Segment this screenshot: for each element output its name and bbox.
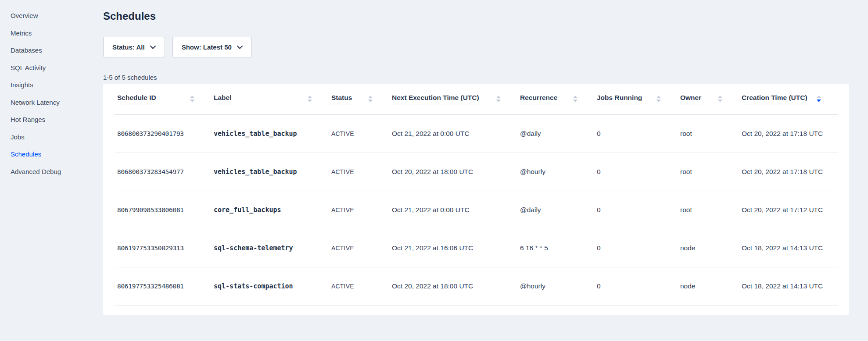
cell-recurrence: 6 16 * * 5 [517,229,594,267]
cell-next_execution: Oct 21, 2022 at 0:00 UTC [389,191,517,229]
sort-icon [190,96,194,102]
cell-recurrence: @hourly [517,267,594,305]
app-root: OverviewMetricsDatabasesSQL ActivityInsi… [0,9,868,315]
table-row: 806197753350029313sql-schema-telemetryAC… [115,229,838,267]
main-content: Schedules Status: All Show: Latest 50 1-… [103,9,849,315]
cell-owner: root [678,191,739,229]
cell-schedule_id: 806800373290401793 [115,114,211,153]
chevron-down-icon [237,46,243,49]
sidebar-item-hot-ranges[interactable]: Hot Ranges [11,111,103,128]
table-body: 806800373290401793vehicles_table_backupA… [115,114,838,305]
cell-creation_time: Oct 18, 2022 at 14:13 UTC [739,267,838,305]
filters-bar: Status: All Show: Latest 50 [103,37,849,57]
cell-jobs_running: 0 [594,229,678,267]
sidebar-item-metrics[interactable]: Metrics [11,25,103,42]
cell-creation_time: Oct 20, 2022 at 17:12 UTC [739,191,838,229]
column-label: Schedule ID [117,94,156,104]
cell-schedule_id: 806197753350029313 [115,229,211,267]
cell-jobs_running: 0 [594,153,678,191]
table-row: 806197753325486081sql-stats-compactionAC… [115,267,838,305]
cell-status: ACTIVE [329,267,389,305]
cell-schedule_id: 806799098533806081 [115,191,211,229]
cell-owner: node [678,229,739,267]
cell-schedule_id: 806800373283454977 [115,153,211,191]
sidebar: OverviewMetricsDatabasesSQL ActivityInsi… [0,0,103,341]
table-header: Schedule IDLabelStatusNext Execution Tim… [115,84,838,114]
status-filter-label: Status: All [112,43,145,51]
sidebar-item-overview[interactable]: Overview [11,7,103,25]
sidebar-item-schedules[interactable]: Schedules [11,146,103,163]
cell-status: ACTIVE [329,191,389,229]
cell-jobs_running: 0 [594,267,678,305]
cell-jobs_running: 0 [594,114,678,153]
column-header-owner[interactable]: Owner [678,84,739,114]
sort-icon [817,96,821,102]
sidebar-item-advanced-debug[interactable]: Advanced Debug [11,163,103,181]
cell-jobs_running: 0 [594,191,678,229]
sort-icon [573,96,577,102]
chevron-down-icon [150,46,156,49]
column-label: Label [214,94,231,104]
cell-creation_time: Oct 20, 2022 at 17:18 UTC [739,153,838,191]
sidebar-item-network-latency[interactable]: Network Latency [11,94,103,111]
cell-label: vehicles_table_backup [211,114,329,153]
table-row: 806799098533806081core_full_backupsACTIV… [115,191,838,229]
sort-icon [496,96,501,102]
column-label: Next Execution Time (UTC) [392,94,479,104]
cell-label: sql-schema-telemetry [211,229,329,267]
cell-status: ACTIVE [329,114,389,153]
show-filter-dropdown[interactable]: Show: Latest 50 [172,37,252,57]
sort-icon [656,96,661,102]
cell-next_execution: Oct 20, 2022 at 18:00 UTC [389,267,517,305]
cell-owner: root [678,114,739,153]
cell-creation_time: Oct 20, 2022 at 17:18 UTC [739,114,838,153]
sort-icon [308,96,312,102]
cell-creation_time: Oct 18, 2022 at 14:13 UTC [739,229,838,267]
cell-recurrence: @daily [517,114,594,153]
show-filter-label: Show: Latest 50 [182,43,232,51]
schedules-table-card: Schedule IDLabelStatusNext Execution Tim… [103,84,849,315]
cell-recurrence: @hourly [517,153,594,191]
sidebar-item-sql-activity[interactable]: SQL Activity [11,59,103,77]
column-label: Owner [680,94,701,104]
status-filter-dropdown[interactable]: Status: All [103,37,165,57]
column-header-status[interactable]: Status [329,84,389,114]
table-row: 806800373290401793vehicles_table_backupA… [115,114,838,153]
cell-next_execution: Oct 21, 2022 at 16:06 UTC [389,229,517,267]
results-count: 1-5 of 5 schedules [103,74,849,81]
column-header-label[interactable]: Label [211,84,329,114]
cell-owner: node [678,267,739,305]
cell-status: ACTIVE [329,229,389,267]
cell-next_execution: Oct 20, 2022 at 18:00 UTC [389,153,517,191]
column-label: Creation Time (UTC) [742,94,807,104]
column-header-next_execution[interactable]: Next Execution Time (UTC) [389,84,517,114]
column-header-jobs_running[interactable]: Jobs Running [594,84,678,114]
sort-icon [368,96,373,102]
cell-status: ACTIVE [329,153,389,191]
cell-label: core_full_backups [211,191,329,229]
cell-label: vehicles_table_backup [211,153,329,191]
sidebar-item-insights[interactable]: Insights [11,76,103,94]
page-title: Schedules [103,9,849,23]
cell-owner: root [678,153,739,191]
column-label: Jobs Running [597,94,642,104]
column-header-creation_time[interactable]: Creation Time (UTC) [739,84,838,114]
column-label: Recurrence [520,94,557,104]
cell-next_execution: Oct 21, 2022 at 0:00 UTC [389,114,517,153]
schedules-table: Schedule IDLabelStatusNext Execution Tim… [115,84,838,305]
sidebar-item-databases[interactable]: Databases [11,42,103,59]
table-header-row: Schedule IDLabelStatusNext Execution Tim… [115,84,838,114]
cell-schedule_id: 806197753325486081 [115,267,211,305]
cell-label: sql-stats-compaction [211,267,329,305]
table-row: 806800373283454977vehicles_table_backupA… [115,153,838,191]
column-header-schedule_id[interactable]: Schedule ID [115,84,211,114]
sidebar-item-jobs[interactable]: Jobs [11,128,103,146]
column-label: Status [331,94,352,104]
sidebar-nav-list: OverviewMetricsDatabasesSQL ActivityInsi… [11,7,103,180]
column-header-recurrence[interactable]: Recurrence [517,84,594,114]
sort-icon [718,96,722,102]
cell-recurrence: @daily [517,191,594,229]
